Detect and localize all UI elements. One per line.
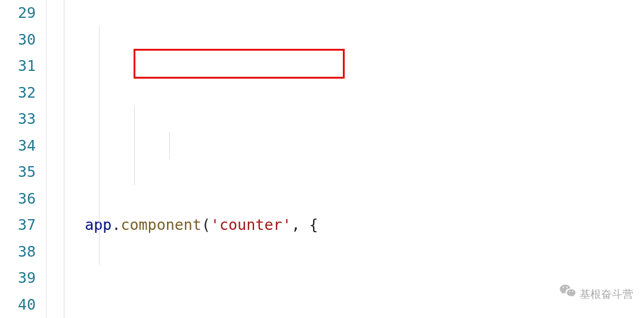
token-punct: (: [202, 216, 210, 233]
token-punct: {: [309, 216, 318, 233]
line-number: 38: [0, 239, 36, 266]
code-area[interactable]: app.component('counter', { props: ['coun…: [47, 0, 644, 318]
highlight-annotation: [134, 49, 345, 79]
line-number: 37: [0, 212, 36, 239]
line-number-gutter: 293031323334353637383940: [0, 0, 47, 318]
indent-guide: [64, 0, 64, 318]
line-number: 34: [0, 133, 36, 160]
watermark-text: 基根奋斗营: [580, 281, 633, 308]
line-number: 32: [0, 80, 36, 107]
line-number: 36: [0, 186, 36, 213]
token-punct: ,: [291, 216, 309, 233]
line-number: 29: [0, 0, 36, 27]
indent-guide: [134, 106, 135, 185]
token-string: 'counter': [210, 216, 291, 233]
line-number: 35: [0, 159, 36, 186]
wechat-icon: [559, 281, 576, 308]
line-number: 33: [0, 106, 36, 133]
token-punct: .: [112, 216, 120, 233]
line-number: 39: [0, 265, 36, 292]
code-editor[interactable]: 293031323334353637383940 app.component('…: [0, 0, 644, 318]
indent-guide: [99, 27, 100, 265]
watermark: 基根奋斗营: [559, 281, 633, 308]
code-line[interactable]: app.component('counter', {: [49, 212, 644, 239]
token-identifier: app: [85, 216, 112, 233]
indent-guide: [169, 132, 170, 159]
line-number: 40: [0, 292, 36, 319]
line-number: 30: [0, 27, 36, 54]
token-method: component: [120, 216, 201, 233]
line-number: 31: [0, 53, 36, 80]
